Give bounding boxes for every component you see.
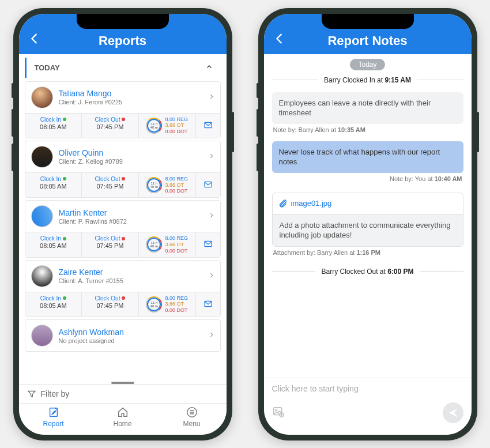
hours-cell: 11 h40 m 8.00 REG3.66 OT0.00 DOT (139, 232, 196, 257)
message-button[interactable] (196, 173, 220, 197)
back-icon[interactable] (273, 32, 286, 47)
section-today[interactable]: TODAY (25, 58, 221, 78)
employee-name: Martin Kenter (59, 208, 127, 217)
notes-feed: Today Barry Clocked In at 9:15 AM Employ… (264, 54, 472, 378)
avatar (31, 146, 53, 168)
section-label: TODAY (35, 63, 60, 72)
clock-in-event: Barry Clocked In at 9:15 AM (272, 76, 463, 84)
clock-in-cell: Clock In 08:05 AM (25, 173, 82, 197)
employee-name: Zaire Kenter (59, 268, 124, 277)
employee-client: Client: P. Rawlins #0872 (59, 218, 127, 225)
attachment-header: image01.jpg (273, 193, 463, 214)
clock-in-cell: Clock In 08:05 AM (25, 114, 82, 138)
employee-client: Client: Z. Kellog #0789 (59, 158, 123, 165)
attachment-meta: Attachment by: Barry Allen at 1:16 PM (273, 249, 462, 256)
clock-out-cell: Clock Out 07:45 PM (82, 232, 139, 257)
avatar (31, 265, 53, 287)
tab-report[interactable]: Report (19, 406, 88, 428)
tab-bar: Report Home Menu (19, 403, 227, 435)
chevron-right-icon (209, 92, 214, 102)
clock-out-cell: Clock Out 07:45 PM (82, 173, 139, 197)
mail-icon (202, 180, 214, 190)
employee-details: Clock In 08:05 AM Clock Out 07:45 PM 11 … (25, 232, 220, 257)
employee-card[interactable]: Tatiana Mango Client: J. Feroni #0225 Cl… (25, 81, 221, 138)
attachment-caption: Add a photo attachment to communicate ev… (273, 214, 463, 246)
phone-reports: Reports TODAY Tatiana Mango Client: J. F… (13, 8, 232, 441)
employee-client: Client: J. Feroni #0225 (59, 99, 123, 106)
clock-in-cell: Clock In 08:05 AM (25, 232, 82, 257)
clock-icon: 11 h40 m (146, 296, 162, 313)
clock-icon: 11 h40 m (146, 177, 162, 193)
attachment-block[interactable]: image01.jpg Add a photo attachment to co… (272, 193, 463, 247)
chevron-right-icon (209, 152, 214, 161)
clock-icon: 11 h40 m (146, 118, 162, 134)
note-meta: Note by: You at 10:40 AM (273, 175, 462, 182)
page-title: Report Notes (327, 33, 407, 48)
clock-out-cell: Clock Out 07:45 PM (82, 292, 139, 317)
employee-details: Clock In 08:05 AM Clock Out 07:45 PM 11 … (25, 113, 220, 138)
phone-notes: Report Notes Today Barry Clocked In at 9… (258, 8, 477, 441)
tab-menu[interactable]: Menu (157, 406, 227, 428)
message-button[interactable] (196, 292, 220, 317)
clock-out-cell: Clock Out 07:45 PM (82, 114, 139, 138)
avatar (31, 325, 53, 347)
clock-in-cell: Clock In 08:05 AM (25, 292, 82, 317)
clock-icon: 11 h40 m (146, 236, 162, 253)
employee-client: Client: A. Turner #0155 (59, 277, 124, 284)
employee-card[interactable]: Martin Kenter Client: P. Rawlins #0872 C… (25, 200, 221, 257)
filter-button[interactable]: Filter by (19, 384, 227, 403)
employee-client: No project assigned (59, 337, 124, 344)
mail-icon (202, 121, 214, 131)
tab-home[interactable]: Home (88, 406, 157, 428)
employee-name: Tatiana Mango (59, 89, 123, 98)
composer (264, 378, 472, 402)
avatar (31, 205, 53, 227)
employee-card[interactable]: Oliver Quinn Client: Z. Kellog #0789 Clo… (25, 141, 221, 198)
mail-icon (202, 299, 214, 310)
chevron-right-icon (209, 271, 214, 281)
svg-point-7 (275, 409, 277, 411)
employee-list: Tatiana Mango Client: J. Feroni #0225 Cl… (19, 79, 227, 378)
mail-icon (202, 239, 214, 250)
attachment-filename: image01.jpg (291, 199, 332, 208)
note-meta: Note by: Barry Allen at 10:35 AM (273, 126, 462, 133)
clock-out-event: Barry Clocked Out at 6:00 PM (272, 268, 463, 276)
hours-cell: 11 h40 m 8.00 REG3.66 OT0.00 DOT (139, 173, 196, 197)
message-button[interactable] (196, 114, 220, 138)
chevron-right-icon (209, 331, 214, 341)
hours-cell: 11 h40 m 8.00 REG3.66 OT0.00 DOT (139, 114, 196, 138)
chevron-right-icon (209, 212, 214, 221)
note-bubble-own: Never lose track of what happens with ou… (272, 141, 463, 173)
chevron-up-icon (206, 63, 213, 72)
hours-cell: 11 h40 m 8.00 REG3.66 OT0.00 DOT (139, 292, 196, 317)
page-title: Reports (99, 33, 146, 48)
filter-label: Filter by (41, 389, 70, 398)
note-bubble: Employees can leave a note directly with… (272, 92, 463, 124)
date-pill: Today (350, 59, 385, 70)
employee-card[interactable]: Zaire Kenter Client: A. Turner #0155 Clo… (25, 260, 221, 317)
employee-details: Clock In 08:05 AM Clock Out 07:45 PM 11 … (25, 292, 220, 317)
compose-input[interactable] (272, 384, 463, 393)
employee-card[interactable]: Ashlynn Workman No project assigned (25, 319, 221, 352)
employee-name: Ashlynn Workman (59, 327, 124, 337)
message-button[interactable] (196, 232, 220, 257)
add-image-icon[interactable] (272, 405, 285, 420)
back-icon[interactable] (28, 32, 41, 47)
employee-name: Oliver Quinn (59, 148, 123, 157)
send-button[interactable] (443, 402, 463, 423)
avatar (31, 86, 53, 108)
employee-details: Clock In 08:05 AM Clock Out 07:45 PM 11 … (25, 172, 220, 197)
